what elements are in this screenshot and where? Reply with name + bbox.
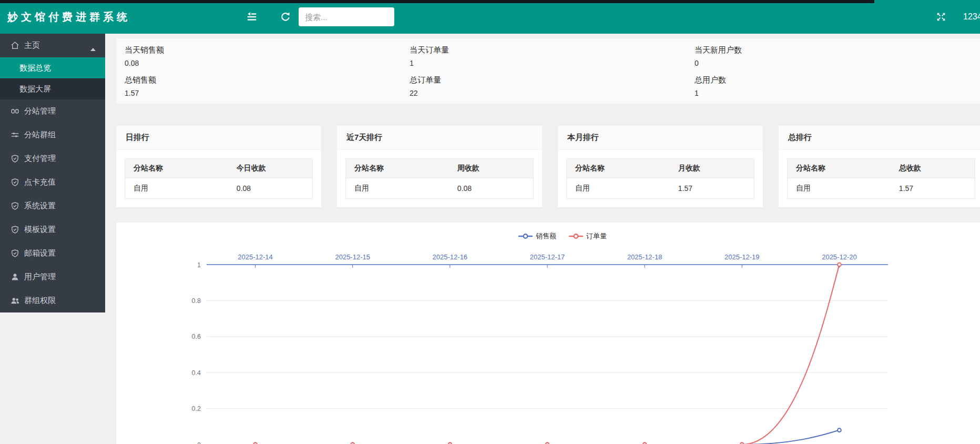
stat-today-sales: 当天销售额0.08 [125, 45, 410, 67]
svg-text:2025-12-17: 2025-12-17 [530, 253, 565, 261]
svg-text:0.8: 0.8 [192, 297, 201, 305]
chart-card: 销售额订单量 00.20.40.60.812025-12-142025-12-1… [116, 222, 980, 444]
sidebar-item-label: 分站群组 [24, 130, 56, 140]
substation-name-cell: 自用 [567, 178, 670, 199]
stat-label: 总订单量 [410, 75, 695, 85]
sales-orders-chart: 00.20.40.60.812025-12-142025-12-142025-1… [116, 245, 980, 444]
shield-check-icon [11, 201, 20, 211]
search-input[interactable] [299, 7, 394, 26]
table-row: 自用0.08 [346, 178, 534, 199]
table-row: 自用1.57 [788, 178, 975, 199]
sidebar-item-template-settings[interactable]: 模板设置 [0, 218, 105, 241]
stat-total-users: 总用户数1 [695, 75, 980, 97]
stat-total-orders: 总订单量22 [410, 75, 695, 97]
shield-check-icon [11, 178, 20, 187]
stat-value: 0.08 [125, 59, 410, 67]
substation-name-cell: 自用 [788, 178, 891, 199]
fullscreen-icon[interactable] [936, 12, 946, 22]
sidebar-item-label: 邮箱设置 [24, 248, 56, 258]
sidebar-item-label: 模板设置 [24, 225, 56, 235]
stat-value: 22 [410, 89, 695, 97]
stat-today-orders: 当天订单量1 [410, 45, 695, 67]
shield-check-icon [11, 249, 20, 258]
shield-check-icon [11, 154, 20, 164]
amount-cell: 0.08 [449, 178, 534, 199]
ranking-cards-row: 日排行分站名称今日收款自用0.08近7天排行分站名称周收款自用0.08本月排行分… [116, 125, 980, 208]
stat-label: 总用户数 [695, 75, 980, 85]
column-header: 月收款 [670, 159, 754, 178]
stat-value: 0 [695, 59, 980, 67]
user-icon [11, 273, 20, 282]
sidebar-item-card-recharge[interactable]: 点卡充值 [0, 170, 105, 194]
svg-text:0: 0 [197, 441, 201, 444]
svg-text:2025-12-15: 2025-12-15 [335, 253, 370, 261]
card-title: 本月排行 [558, 126, 763, 150]
svg-text:0.6: 0.6 [192, 333, 201, 340]
column-header: 周收款 [449, 159, 534, 178]
refresh-icon[interactable] [280, 11, 291, 23]
column-header: 今日收款 [228, 159, 313, 178]
substation-icon [11, 107, 20, 116]
sidebar-item-label: 分站管理 [24, 106, 56, 116]
username-menu[interactable]: 12345 [963, 0, 980, 34]
sidebar-item-system-settings[interactable]: 系统设置 [0, 194, 105, 218]
main-content: 当天销售额0.08当天订单量1当天新用户数0总销售额1.57总订单量22总用户数… [116, 34, 980, 444]
stat-label: 当天新用户数 [695, 45, 980, 55]
svg-text:2025-12-14: 2025-12-14 [238, 253, 272, 261]
window-top-strip [0, 0, 874, 3]
users-icon [11, 296, 20, 306]
column-header: 分站名称 [125, 159, 228, 178]
sidebar-item-group-permissions[interactable]: 群组权限 [0, 289, 105, 312]
sidebar-item-payment-management[interactable]: 支付管理 [0, 147, 105, 170]
substation-name-cell: 自用 [346, 178, 449, 199]
sidebar-item-label: 点卡充值 [24, 177, 56, 187]
shield-check-icon [11, 225, 20, 235]
sidebar-item-substation-management[interactable]: 分站管理 [0, 99, 105, 123]
svg-text:2025-12-20: 2025-12-20 [822, 253, 857, 261]
sidebar-item-user-management[interactable]: 用户管理 [0, 265, 105, 289]
home-icon [11, 41, 20, 51]
legend-item-sales[interactable]: 销售额 [518, 231, 556, 241]
stat-value: 1.57 [125, 89, 410, 97]
sidebar-subitem-data-big-screen[interactable]: 数据大屏 [0, 78, 105, 99]
amount-cell: 0.08 [228, 178, 313, 199]
sidebar-item-label: 系统设置 [24, 201, 56, 211]
stat-label: 总销售额 [125, 75, 410, 85]
legend-item-orders[interactable]: 订单量 [569, 231, 607, 241]
chart-legend: 销售额订单量 [116, 223, 980, 241]
app-title: 妙文馆付费进群系统 [7, 0, 130, 34]
collapse-menu-icon[interactable] [246, 11, 258, 23]
table-row: 自用1.57 [567, 178, 754, 199]
ranking-table: 分站名称今日收款自用0.08 [125, 158, 313, 199]
sidebar-item-label: 群组权限 [24, 296, 56, 306]
legend-marker-icon [518, 234, 533, 239]
daily-ranking-card: 日排行分站名称今日收款自用0.08 [116, 125, 322, 208]
card-title: 日排行 [116, 126, 321, 150]
monthly-ranking-card: 本月排行分站名称月收款自用1.57 [557, 125, 763, 208]
svg-text:1: 1 [197, 261, 201, 269]
stat-label: 当天销售额 [125, 45, 410, 55]
stat-value: 1 [410, 59, 695, 67]
header-bar: 妙文馆付费进群系统 12345 [0, 0, 980, 34]
stat-today-new-users: 当天新用户数0 [695, 45, 980, 67]
sidebar-subitem-data-overview[interactable]: 数据总览 [0, 57, 105, 78]
sidebar-item-label: 支付管理 [24, 154, 56, 164]
svg-text:2025-12-16: 2025-12-16 [433, 253, 468, 261]
legend-label: 订单量 [586, 231, 607, 241]
svg-text:2025-12-18: 2025-12-18 [627, 253, 662, 261]
total-ranking-card: 总排行分站名称总收款自用1.57 [778, 125, 980, 208]
sidebar-item-mailbox-settings[interactable]: 邮箱设置 [0, 241, 105, 265]
sidebar-item-substation-groups[interactable]: 分站群组 [0, 123, 105, 147]
amount-cell: 1.57 [891, 178, 975, 199]
amount-cell: 1.57 [670, 178, 754, 199]
sidebar-item-home[interactable]: 主页 [0, 34, 105, 57]
legend-label: 销售额 [536, 231, 556, 241]
svg-text:0.2: 0.2 [192, 405, 201, 412]
stat-value: 1 [695, 89, 980, 97]
ranking-table: 分站名称月收款自用1.57 [566, 158, 754, 199]
sidebar-item-label: 用户管理 [24, 272, 56, 282]
sidebar: 主页数据总览数据大屏分站管理分站群组支付管理点卡充值系统设置模板设置邮箱设置用户… [0, 34, 105, 312]
ranking-table: 分站名称周收款自用0.08 [345, 158, 534, 199]
sidebar-item-label: 主页 [24, 41, 40, 51]
column-header: 分站名称 [788, 159, 891, 178]
